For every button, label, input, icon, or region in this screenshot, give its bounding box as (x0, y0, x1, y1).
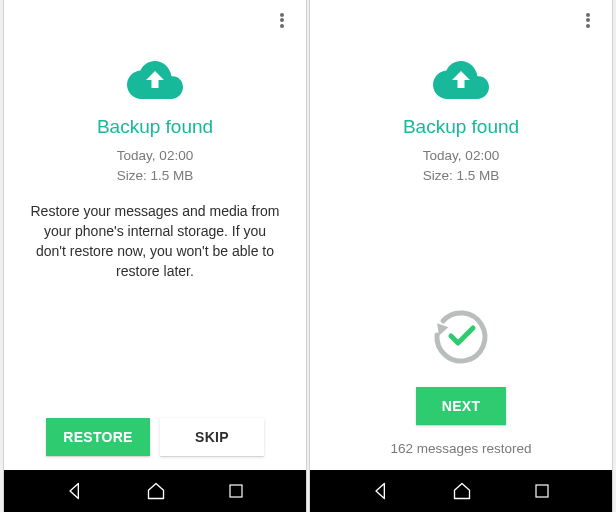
backup-size: Size: 1.5 MB (117, 166, 194, 186)
app-bar (310, 0, 612, 40)
skip-button[interactable]: SKIP (160, 418, 264, 456)
restore-description: Restore your messages and media from you… (24, 201, 286, 282)
nav-back-button[interactable] (65, 481, 85, 501)
nav-home-button[interactable] (146, 481, 166, 501)
app-bar (4, 0, 306, 40)
svg-rect-0 (230, 485, 242, 497)
phone-right: Backup found Today, 02:00 Size: 1.5 MB N… (309, 0, 613, 512)
phone-left: Backup found Today, 02:00 Size: 1.5 MB R… (3, 0, 307, 512)
backup-meta: Today, 02:00 Size: 1.5 MB (117, 146, 194, 187)
backup-size: Size: 1.5 MB (423, 166, 500, 186)
restore-status: 162 messages restored (390, 441, 531, 456)
cloud-upload-icon (433, 60, 489, 104)
svg-rect-1 (536, 485, 548, 497)
nav-back-button[interactable] (371, 481, 391, 501)
restore-button[interactable]: RESTORE (46, 418, 150, 456)
nav-recents-button[interactable] (533, 482, 551, 500)
backup-meta: Today, 02:00 Size: 1.5 MB (423, 146, 500, 187)
page-title: Backup found (97, 116, 213, 138)
next-button[interactable]: NEXT (416, 387, 506, 425)
nav-home-button[interactable] (452, 481, 472, 501)
android-navbar (310, 470, 612, 512)
nav-recents-button[interactable] (227, 482, 245, 500)
backup-time: Today, 02:00 (117, 146, 194, 166)
page-title: Backup found (403, 116, 519, 138)
cloud-upload-icon (127, 60, 183, 104)
restore-complete-icon (429, 303, 493, 371)
overflow-menu-button[interactable] (572, 4, 604, 36)
overflow-menu-button[interactable] (266, 4, 298, 36)
restore-prompt-content: Backup found Today, 02:00 Size: 1.5 MB R… (4, 40, 306, 418)
footer: NEXT 162 messages restored (310, 303, 612, 470)
restore-done-content: Backup found Today, 02:00 Size: 1.5 MB (310, 40, 612, 303)
backup-time: Today, 02:00 (423, 146, 500, 166)
android-navbar (4, 470, 306, 512)
button-bar: RESTORE SKIP (4, 418, 306, 470)
